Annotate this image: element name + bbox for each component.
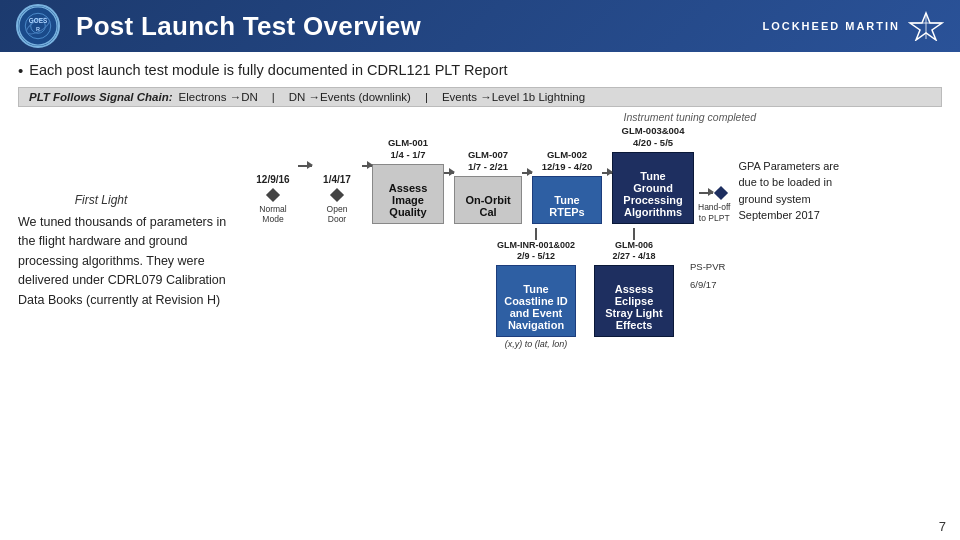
box-ground-processing: Tune Ground Processing Algorithms <box>612 152 694 224</box>
signal-chain-label: PLT Follows Signal Chain: <box>29 91 173 103</box>
coastline-sublabel: (x,y) to (lat, lon) <box>505 339 568 349</box>
bullet-text: Each post launch test module is fully do… <box>29 62 507 78</box>
svg-text:R: R <box>36 26 40 32</box>
first-light-label: First Light <box>46 193 156 207</box>
gpa-text-block: GPA Parameters are due to be loaded in g… <box>738 156 839 224</box>
signal-chain-item2: DN →Events (downlink) <box>289 91 411 103</box>
date-label-2: 1/4/17 <box>323 174 351 185</box>
lm-star-icon <box>908 11 944 41</box>
diamond-handoff <box>713 185 729 201</box>
lm-text: LOCKHEED MARTIN <box>762 20 900 32</box>
signal-chain-item3: Events →Level 1b Lightning <box>442 91 585 103</box>
arrow-3 <box>444 172 454 174</box>
box-coastline: Tune Coastline ID and Event Navigation <box>496 265 576 337</box>
ps-pvr-block: PS-PVR 6/9/17 <box>690 256 725 292</box>
date-glm003004: GLM-003&004 4/20 - 5/5 <box>622 125 685 150</box>
node-label-1: Normal Mode <box>259 204 286 224</box>
box-assess: Assess Image Quality <box>372 164 444 224</box>
box-on-orbit: On-Orbit Cal <box>454 176 522 224</box>
node-normal-mode: 12/9/16 Normal Mode <box>248 174 298 224</box>
bullet-symbol: • <box>18 62 23 79</box>
arrow-5 <box>602 172 612 174</box>
node-open-door: 1/4/17 Open Door <box>312 174 362 224</box>
page-number: 7 <box>939 519 946 534</box>
block-eclipse: GLM-006 2/27 - 4/18 Assess Eclipse Stray… <box>594 228 674 337</box>
goes-logo: GOES R <box>16 4 60 48</box>
bottom-paragraph: We tuned thousands of parameters in the … <box>18 213 238 310</box>
signal-chain-bar: PLT Follows Signal Chain: Electrons →DN … <box>18 87 942 107</box>
box-eclipse: Assess Eclipse Stray Light Effects <box>594 265 674 337</box>
ps-pvr-label: PS-PVR 6/9/17 <box>690 261 725 290</box>
diamond-1 <box>265 187 281 203</box>
lm-logo: LOCKHEED MARTIN <box>762 11 944 41</box>
diamond-2 <box>329 187 345 203</box>
header: GOES R Post Launch Test Overview LOCKHEE… <box>0 0 960 52</box>
arrow-2 <box>362 165 372 167</box>
date-glm006: GLM-006 2/27 - 4/18 <box>612 240 655 263</box>
svg-rect-9 <box>266 188 280 202</box>
svg-rect-10 <box>330 188 344 202</box>
date-glm007: GLM-007 1/7 - 2/21 <box>468 149 508 174</box>
date-label-1: 12/9/16 <box>256 174 289 185</box>
block-assess-image: GLM-001 1/4 - 1/7 Assess Image Quality <box>372 137 444 224</box>
date-glm001: GLM-001 1/4 - 1/7 <box>388 137 428 162</box>
box-rteps: Tune RTEPs <box>532 176 602 224</box>
arrow-4 <box>522 172 532 174</box>
svg-rect-11 <box>714 186 728 200</box>
block-tune-ground: GLM-003&004 4/20 - 5/5 Tune Ground Proce… <box>612 125 694 224</box>
signal-chain-item1: Electrons →DN <box>179 91 258 103</box>
handoff-label: Hand-off to PLPT <box>698 202 730 224</box>
date-glm002: GLM-002 12/19 - 4/20 <box>542 149 593 174</box>
arrow-handoff: Hand-off to PLPT <box>698 159 730 224</box>
block-on-orbit-cal: GLM-007 1/7 - 2/21 On-Orbit Cal <box>454 149 522 224</box>
date-glminr: GLM-INR-001&002 2/9 - 5/12 <box>497 240 575 263</box>
block-coastline: GLM-INR-001&002 2/9 - 5/12 Tune Coastlin… <box>496 228 576 349</box>
instrument-tuning-label: Instrument tuning completed <box>248 111 942 123</box>
page-title: Post Launch Test Overview <box>76 11 421 42</box>
gpa-text: GPA Parameters are due to be loaded in g… <box>738 158 839 224</box>
arrow-1 <box>298 165 312 167</box>
bottom-text: We tuned thousands of parameters in the … <box>18 215 226 307</box>
bullet-point: • Each post launch test module is fully … <box>18 62 942 79</box>
svg-text:GOES: GOES <box>29 17 47 24</box>
block-tune-rteps: GLM-002 12/19 - 4/20 Tune RTEPs <box>532 149 602 224</box>
node-label-2: Open Door <box>327 204 348 224</box>
